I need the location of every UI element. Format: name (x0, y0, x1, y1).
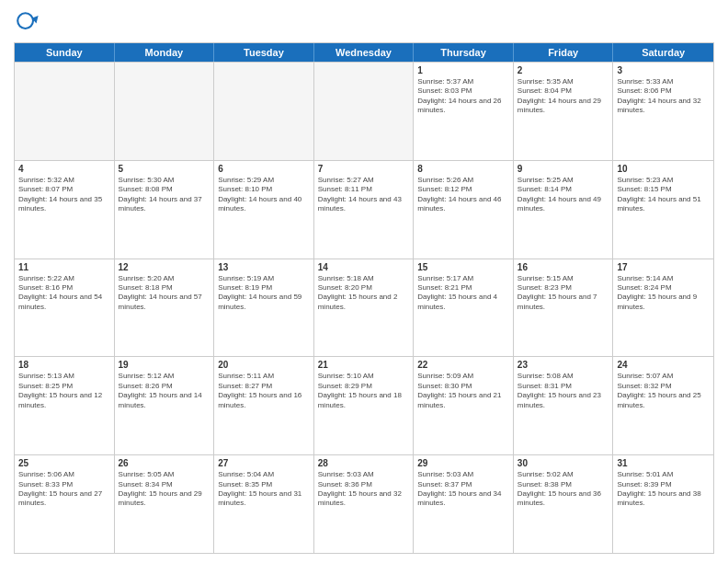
table-row: 6Sunrise: 5:29 AMSunset: 8:10 PMDaylight… (214, 161, 314, 259)
table-row: 20Sunrise: 5:11 AMSunset: 8:27 PMDayligh… (214, 357, 314, 454)
cell-info: Sunrise: 5:05 AMSunset: 8:34 PMDaylight:… (119, 470, 210, 509)
table-row: 25Sunrise: 5:06 AMSunset: 8:33 PMDayligh… (15, 455, 115, 553)
table-row: 16Sunrise: 5:15 AMSunset: 8:23 PMDayligh… (514, 259, 614, 357)
day-number: 10 (617, 164, 710, 174)
header-day-monday: Monday (115, 43, 215, 62)
day-number: 4 (18, 164, 110, 174)
day-number: 15 (417, 262, 509, 272)
day-number: 23 (518, 360, 609, 370)
calendar-row-0: 1Sunrise: 5:37 AMSunset: 8:03 PMDaylight… (15, 62, 713, 160)
day-number: 20 (218, 360, 310, 370)
day-number: 30 (518, 458, 609, 468)
day-number: 13 (218, 262, 310, 272)
table-row: 29Sunrise: 5:03 AMSunset: 8:37 PMDayligh… (414, 455, 514, 553)
header-day-friday: Friday (514, 43, 614, 62)
table-row: 15Sunrise: 5:17 AMSunset: 8:21 PMDayligh… (414, 259, 514, 357)
day-number: 18 (18, 360, 110, 370)
table-row: 11Sunrise: 5:22 AMSunset: 8:16 PMDayligh… (15, 259, 115, 357)
day-number: 2 (518, 65, 609, 75)
cell-info: Sunrise: 5:33 AMSunset: 8:06 PMDaylight:… (617, 77, 710, 116)
day-number: 28 (318, 458, 410, 468)
cell-info: Sunrise: 5:14 AMSunset: 8:24 PMDaylight:… (617, 274, 710, 313)
cell-info: Sunrise: 5:17 AMSunset: 8:21 PMDaylight:… (417, 274, 509, 313)
day-number: 17 (617, 262, 710, 272)
cell-info: Sunrise: 5:13 AMSunset: 8:25 PMDaylight:… (18, 372, 110, 410)
cell-info: Sunrise: 5:03 AMSunset: 8:36 PMDaylight:… (318, 470, 410, 509)
page: SundayMondayTuesdayWednesdayThursdayFrid… (0, 0, 728, 563)
header-day-sunday: Sunday (15, 43, 115, 62)
day-number: 7 (318, 164, 410, 174)
cell-info: Sunrise: 5:07 AMSunset: 8:32 PMDaylight:… (617, 372, 710, 410)
table-row: 22Sunrise: 5:09 AMSunset: 8:30 PMDayligh… (414, 357, 514, 454)
cell-info: Sunrise: 5:10 AMSunset: 8:29 PMDaylight:… (318, 372, 410, 410)
table-row: 5Sunrise: 5:30 AMSunset: 8:08 PMDaylight… (115, 161, 215, 259)
day-number: 6 (218, 164, 310, 174)
svg-point-0 (17, 13, 33, 29)
cell-info: Sunrise: 5:18 AMSunset: 8:20 PMDaylight:… (318, 274, 410, 313)
table-row (15, 63, 115, 160)
cell-info: Sunrise: 5:22 AMSunset: 8:16 PMDaylight:… (18, 274, 110, 313)
table-row: 21Sunrise: 5:10 AMSunset: 8:29 PMDayligh… (314, 357, 415, 454)
cell-info: Sunrise: 5:03 AMSunset: 8:37 PMDaylight:… (417, 470, 509, 509)
calendar-row-3: 18Sunrise: 5:13 AMSunset: 8:25 PMDayligh… (15, 356, 713, 454)
day-number: 31 (617, 458, 710, 468)
calendar-header: SundayMondayTuesdayWednesdayThursdayFrid… (15, 43, 713, 62)
day-number: 25 (18, 458, 110, 468)
day-number: 27 (218, 458, 310, 468)
cell-info: Sunrise: 5:30 AMSunset: 8:08 PMDaylight:… (119, 176, 210, 214)
cell-info: Sunrise: 5:29 AMSunset: 8:10 PMDaylight:… (218, 176, 310, 214)
cell-info: Sunrise: 5:20 AMSunset: 8:18 PMDaylight:… (119, 274, 210, 313)
table-row: 14Sunrise: 5:18 AMSunset: 8:20 PMDayligh… (314, 259, 415, 357)
cell-info: Sunrise: 5:27 AMSunset: 8:11 PMDaylight:… (318, 176, 410, 214)
day-number: 14 (318, 262, 410, 272)
table-row: 9Sunrise: 5:25 AMSunset: 8:14 PMDaylight… (514, 161, 614, 259)
cell-info: Sunrise: 5:11 AMSunset: 8:27 PMDaylight:… (218, 372, 310, 410)
table-row: 31Sunrise: 5:01 AMSunset: 8:39 PMDayligh… (613, 455, 713, 553)
cell-info: Sunrise: 5:37 AMSunset: 8:03 PMDaylight:… (417, 77, 509, 116)
table-row: 1Sunrise: 5:37 AMSunset: 8:03 PMDaylight… (414, 63, 514, 160)
cell-info: Sunrise: 5:01 AMSunset: 8:39 PMDaylight:… (617, 470, 710, 509)
calendar-row-4: 25Sunrise: 5:06 AMSunset: 8:33 PMDayligh… (15, 454, 713, 553)
cell-info: Sunrise: 5:35 AMSunset: 8:04 PMDaylight:… (518, 77, 609, 116)
table-row: 12Sunrise: 5:20 AMSunset: 8:18 PMDayligh… (115, 259, 215, 357)
table-row: 23Sunrise: 5:08 AMSunset: 8:31 PMDayligh… (514, 357, 614, 454)
table-row: 30Sunrise: 5:02 AMSunset: 8:38 PMDayligh… (514, 455, 614, 553)
day-number: 26 (119, 458, 210, 468)
header (14, 9, 714, 35)
cell-info: Sunrise: 5:04 AMSunset: 8:35 PMDaylight:… (218, 470, 310, 509)
day-number: 21 (318, 360, 410, 370)
cell-info: Sunrise: 5:02 AMSunset: 8:38 PMDaylight:… (518, 470, 609, 509)
table-row: 24Sunrise: 5:07 AMSunset: 8:32 PMDayligh… (613, 357, 713, 454)
table-row (314, 63, 415, 160)
cell-info: Sunrise: 5:06 AMSunset: 8:33 PMDaylight:… (18, 470, 110, 509)
table-row: 26Sunrise: 5:05 AMSunset: 8:34 PMDayligh… (115, 455, 215, 553)
table-row: 10Sunrise: 5:23 AMSunset: 8:15 PMDayligh… (613, 161, 713, 259)
table-row: 3Sunrise: 5:33 AMSunset: 8:06 PMDaylight… (613, 63, 713, 160)
cell-info: Sunrise: 5:09 AMSunset: 8:30 PMDaylight:… (417, 372, 509, 410)
header-day-thursday: Thursday (414, 43, 514, 62)
calendar: SundayMondayTuesdayWednesdayThursdayFrid… (14, 42, 714, 554)
calendar-row-1: 4Sunrise: 5:32 AMSunset: 8:07 PMDaylight… (15, 160, 713, 259)
calendar-body: 1Sunrise: 5:37 AMSunset: 8:03 PMDaylight… (15, 62, 713, 553)
table-row: 4Sunrise: 5:32 AMSunset: 8:07 PMDaylight… (15, 161, 115, 259)
table-row: 7Sunrise: 5:27 AMSunset: 8:11 PMDaylight… (314, 161, 415, 259)
table-row (115, 63, 215, 160)
cell-info: Sunrise: 5:32 AMSunset: 8:07 PMDaylight:… (18, 176, 110, 214)
day-number: 29 (417, 458, 509, 468)
day-number: 24 (617, 360, 710, 370)
day-number: 16 (518, 262, 609, 272)
day-number: 19 (119, 360, 210, 370)
day-number: 5 (119, 164, 210, 174)
cell-info: Sunrise: 5:12 AMSunset: 8:26 PMDaylight:… (119, 372, 210, 410)
table-row: 2Sunrise: 5:35 AMSunset: 8:04 PMDaylight… (514, 63, 614, 160)
cell-info: Sunrise: 5:26 AMSunset: 8:12 PMDaylight:… (417, 176, 509, 214)
header-day-wednesday: Wednesday (314, 43, 415, 62)
calendar-row-2: 11Sunrise: 5:22 AMSunset: 8:16 PMDayligh… (15, 259, 713, 357)
day-number: 3 (617, 65, 710, 75)
cell-info: Sunrise: 5:25 AMSunset: 8:14 PMDaylight:… (518, 176, 609, 214)
table-row (214, 63, 314, 160)
day-number: 9 (518, 164, 609, 174)
table-row: 28Sunrise: 5:03 AMSunset: 8:36 PMDayligh… (314, 455, 415, 553)
day-number: 22 (417, 360, 509, 370)
logo (14, 9, 43, 35)
